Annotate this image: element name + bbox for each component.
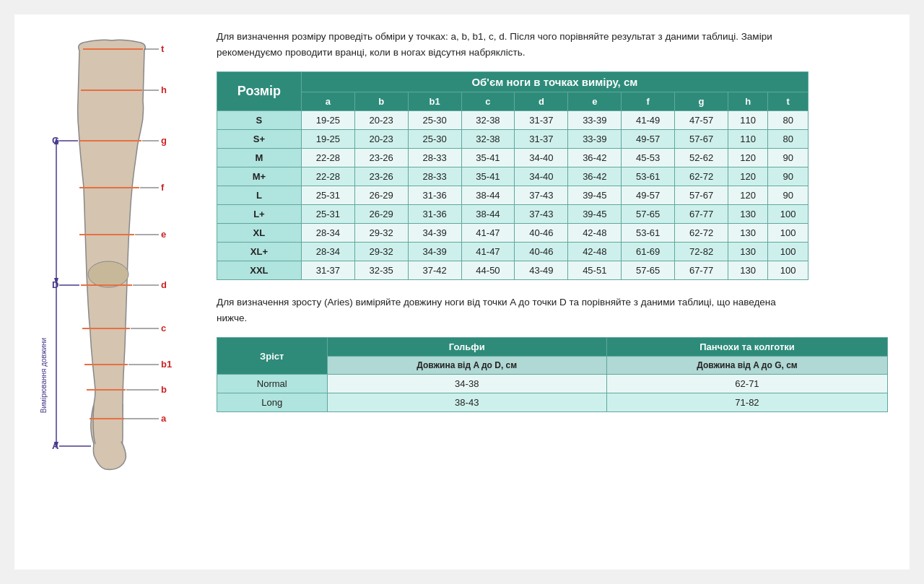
data-cell-c: 35-41 xyxy=(461,167,515,186)
col-header-t: t xyxy=(768,92,808,111)
data-cell-b1: 28-33 xyxy=(408,167,461,186)
data-cell-c: 44-50 xyxy=(461,261,515,280)
data-cell-t: 100 xyxy=(768,261,808,280)
data-cell-b1: 37-42 xyxy=(408,261,461,280)
data-cell-h: 130 xyxy=(728,261,767,280)
data-cell-e: 42-48 xyxy=(568,243,622,261)
svg-text:c: c xyxy=(161,323,166,334)
size-cell: S+ xyxy=(217,130,302,149)
col-header-c: c xyxy=(461,92,515,111)
svg-point-0 xyxy=(88,261,128,287)
table-row: Long38-4371-82 xyxy=(217,393,888,412)
height-size-cell: Normal xyxy=(217,375,328,393)
data-cell-h: 130 xyxy=(728,243,767,261)
data-cell-b1: 34-39 xyxy=(408,243,461,261)
col-header-f: f xyxy=(622,92,675,111)
data-cell-c: 38-44 xyxy=(461,205,515,224)
data-cell-c: 38-44 xyxy=(461,186,515,205)
data-cell-d: 40-46 xyxy=(515,224,568,243)
data-cell-d: 34-40 xyxy=(515,167,568,186)
col-header-e: e xyxy=(568,92,622,111)
data-cell-g: 67-77 xyxy=(675,261,728,280)
data-cell-t: 80 xyxy=(768,111,808,130)
data-cell-f: 61-69 xyxy=(622,243,675,261)
data-cell-a: 28-34 xyxy=(301,224,354,243)
data-cell-h: 120 xyxy=(728,149,767,167)
data-cell-t: 90 xyxy=(768,186,808,205)
height-size-cell: Long xyxy=(217,393,328,412)
data-cell-g: 47-57 xyxy=(675,111,728,130)
data-cell-a: 25-31 xyxy=(301,186,354,205)
data-cell-c: 32-38 xyxy=(461,130,515,149)
data-cell-b: 26-29 xyxy=(354,186,408,205)
table-row: M+22-2823-2628-3335-4134-4036-4253-6162-… xyxy=(217,167,808,186)
size-cell: L+ xyxy=(217,205,302,224)
data-cell-t: 90 xyxy=(768,149,808,167)
ht-golf-sub: Довжина від A до D, см xyxy=(327,357,606,375)
data-cell-a: 25-31 xyxy=(301,205,354,224)
data-cell-e: 36-42 xyxy=(568,167,622,186)
leg-diagram: G D A Вимірювання довжини xyxy=(36,29,195,555)
data-cell-d: 31-37 xyxy=(515,111,568,130)
data-cell-b: 23-26 xyxy=(354,167,408,186)
data-cell-d: 37-43 xyxy=(515,186,568,205)
leg-svg: G D A Вимірювання довжини xyxy=(36,29,195,476)
data-cell-h: 130 xyxy=(728,205,767,224)
data-cell-b: 20-23 xyxy=(354,111,408,130)
svg-text:h: h xyxy=(161,84,167,95)
data-cell-g: 57-67 xyxy=(675,186,728,205)
svg-text:f: f xyxy=(161,182,165,193)
data-cell-b: 26-29 xyxy=(354,205,408,224)
data-cell-b1: 31-36 xyxy=(408,186,461,205)
col-header-g: g xyxy=(675,92,728,111)
size-cell: M xyxy=(217,149,302,167)
table-row: S+19-2520-2325-3032-3831-3733-3949-5757-… xyxy=(217,130,808,149)
data-cell-g: 62-72 xyxy=(675,167,728,186)
size-cell: XXL xyxy=(217,261,302,280)
data-cell-e: 33-39 xyxy=(568,130,622,149)
data-cell-e: 33-39 xyxy=(568,111,622,130)
table-row: XL28-3429-3234-3941-4740-4642-4853-6162-… xyxy=(217,224,808,243)
col-header-d: d xyxy=(515,92,568,111)
ht-pancho-sub: Довжина від A до G, см xyxy=(606,357,887,375)
golf-cell: 38-43 xyxy=(327,393,606,412)
data-cell-e: 39-45 xyxy=(568,205,622,224)
data-cell-g: 72-82 xyxy=(675,243,728,261)
data-cell-f: 49-57 xyxy=(622,130,675,149)
data-cell-c: 35-41 xyxy=(461,149,515,167)
data-cell-b1: 25-30 xyxy=(408,130,461,149)
measurement-header: Об'єм ноги в точках виміру, см xyxy=(301,72,808,92)
col-header-h: h xyxy=(728,92,767,111)
data-cell-a: 19-25 xyxy=(301,130,354,149)
data-cell-b: 23-26 xyxy=(354,149,408,167)
data-cell-f: 57-65 xyxy=(622,261,675,280)
data-cell-b1: 25-30 xyxy=(408,111,461,130)
data-cell-h: 120 xyxy=(728,167,767,186)
svg-text:a: a xyxy=(161,413,167,424)
table-row: L+25-3126-2931-3638-4437-4339-4557-6567-… xyxy=(217,205,808,224)
data-cell-f: 41-49 xyxy=(622,111,675,130)
data-cell-f: 53-61 xyxy=(622,167,675,186)
table-row: Normal34-3862-71 xyxy=(217,375,888,393)
data-cell-d: 40-46 xyxy=(515,243,568,261)
data-cell-a: 28-34 xyxy=(301,243,354,261)
data-cell-b: 29-32 xyxy=(354,224,408,243)
pancho-cell: 62-71 xyxy=(606,375,887,393)
data-cell-h: 110 xyxy=(728,130,767,149)
svg-text:Вимірювання довжини: Вимірювання довжини xyxy=(40,338,48,413)
svg-text:b: b xyxy=(161,384,167,395)
table-row: S19-2520-2325-3032-3831-3733-3941-4947-5… xyxy=(217,111,808,130)
height-table: Зріст Гольфи Панчохи та колготки Довжина… xyxy=(217,337,888,412)
data-cell-e: 36-42 xyxy=(568,149,622,167)
size-cell: S xyxy=(217,111,302,130)
data-cell-t: 90 xyxy=(768,167,808,186)
data-cell-a: 19-25 xyxy=(301,111,354,130)
data-cell-d: 34-40 xyxy=(515,149,568,167)
data-cell-b1: 28-33 xyxy=(408,149,461,167)
data-cell-c: 41-47 xyxy=(461,243,515,261)
table-row: L25-3126-2931-3638-4437-4339-4549-5757-6… xyxy=(217,186,808,205)
data-cell-t: 80 xyxy=(768,130,808,149)
data-cell-t: 100 xyxy=(768,205,808,224)
ht-size-header: Зріст xyxy=(217,338,328,375)
data-cell-b1: 34-39 xyxy=(408,224,461,243)
